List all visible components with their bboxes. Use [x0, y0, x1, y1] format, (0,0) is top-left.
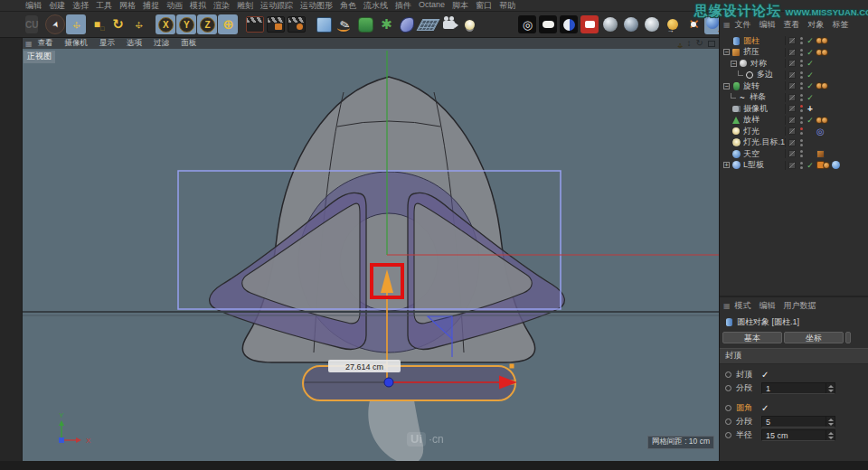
render-region-toggle[interactable]: [559, 14, 579, 34]
lock-x-axis[interactable]: X: [156, 14, 175, 34]
visibility-dot-render[interactable]: [800, 53, 803, 56]
stepper-down-icon[interactable]: [828, 437, 834, 439]
keyframe-circle[interactable]: [725, 418, 731, 425]
material-tag[interactable]: [821, 82, 828, 89]
visibility-dots[interactable]: [797, 104, 805, 113]
viewport-menu-item-1[interactable]: 摄像机: [65, 38, 89, 49]
enable-toggle[interactable]: +: [805, 104, 816, 114]
primitive-cube-menu[interactable]: [314, 14, 334, 34]
live-selection-tool[interactable]: [45, 14, 65, 34]
object-name[interactable]: 灯光.目标.1: [743, 136, 785, 148]
panel-grip-icon[interactable]: ▦: [723, 302, 731, 310]
om-menu-item-1[interactable]: 编辑: [760, 19, 776, 31]
visibility-dot-editor[interactable]: [800, 71, 803, 74]
material-tag[interactable]: [821, 117, 828, 124]
visibility-dot-render[interactable]: [800, 42, 803, 44]
menubar-item-1[interactable]: 创建: [49, 0, 65, 12]
viewport-front[interactable]: ▦ 查看摄像机显示选项过滤面板 ↕ ↻ 正视图: [23, 38, 719, 461]
value-stepper[interactable]: [826, 383, 835, 393]
keyframe-circle[interactable]: [725, 432, 731, 438]
stepper-up-icon[interactable]: [828, 385, 834, 388]
attribute-input[interactable]: 5: [761, 416, 835, 428]
expander-collapse-icon[interactable]: −: [723, 49, 730, 55]
coordinate-system[interactable]: [218, 14, 238, 34]
object-name[interactable]: 圆柱: [743, 35, 760, 47]
object-name[interactable]: 摄像机: [743, 103, 768, 115]
menubar-item-0[interactable]: 编辑: [25, 0, 42, 12]
menubar-item-9[interactable]: 雕刻: [237, 0, 253, 12]
viewport-menu-item-0[interactable]: 查看: [38, 38, 53, 49]
scene-canvas[interactable]: 27.614 cm Y X: [23, 49, 719, 461]
environment-menu[interactable]: [418, 14, 438, 34]
visibility-dot-render[interactable]: [800, 76, 803, 79]
subdivision-surface-menu[interactable]: [355, 14, 375, 34]
visibility-dots[interactable]: [797, 59, 805, 68]
attribute-input[interactable]: 1: [761, 382, 835, 394]
value-stepper[interactable]: [826, 430, 835, 440]
object-name[interactable]: 灯光: [743, 126, 760, 137]
object-name[interactable]: 旋转: [743, 80, 760, 92]
menubar-item-8[interactable]: 渲染: [213, 0, 230, 12]
viewport-menu-item-2[interactable]: 显示: [99, 38, 115, 49]
visibility-dot-render[interactable]: [800, 64, 803, 67]
shading-sphere-1[interactable]: [600, 14, 620, 34]
visibility-dot-editor[interactable]: [800, 127, 803, 130]
visibility-dot-render[interactable]: [800, 132, 803, 135]
am-menu-item-1[interactable]: 编辑: [760, 300, 776, 312]
layer-box[interactable]: [788, 127, 796, 135]
pan-view-icon[interactable]: [675, 41, 681, 47]
layer-box[interactable]: [788, 60, 796, 67]
target-tag[interactable]: ◎: [816, 127, 825, 136]
visibility-dot-editor[interactable]: [800, 60, 803, 62]
panel-grip-icon[interactable]: ▦: [25, 40, 33, 48]
object-name[interactable]: 放样: [743, 114, 760, 126]
enable-toggle[interactable]: ✓: [805, 48, 816, 57]
zoom-view-icon[interactable]: ↕: [687, 39, 692, 48]
menubar-item-11[interactable]: 运动图形: [300, 0, 333, 12]
menubar-item-6[interactable]: 动画: [166, 0, 183, 12]
stepper-down-icon[interactable]: [828, 390, 834, 392]
visibility-dots[interactable]: [797, 127, 805, 136]
attribute-checkbox[interactable]: ✓: [761, 370, 769, 380]
render-active-object[interactable]: [580, 14, 599, 34]
visibility-dots[interactable]: [797, 116, 805, 125]
visibility-dots[interactable]: [797, 149, 805, 158]
om-menu-item-0[interactable]: 文件: [735, 19, 751, 31]
visibility-dot-render[interactable]: [800, 87, 803, 89]
visibility-dot-render[interactable]: [800, 144, 803, 146]
object-row-8[interactable]: 灯光◎: [720, 126, 868, 137]
viewport-menu-item-3[interactable]: 选项: [127, 38, 142, 49]
om-menu-item-3[interactable]: 对象: [808, 19, 825, 31]
stepper-up-icon[interactable]: [828, 432, 834, 435]
menubar-item-16[interactable]: 脚本: [452, 0, 468, 12]
visibility-dot-editor[interactable]: [800, 162, 803, 164]
keyframe-circle[interactable]: [725, 371, 731, 378]
layer-box[interactable]: [788, 37, 796, 44]
visibility-dots[interactable]: [797, 138, 805, 147]
am-menu-item-2[interactable]: 用户数据: [784, 300, 816, 312]
layer-box[interactable]: [788, 162, 796, 169]
material-tag[interactable]: [821, 49, 828, 56]
menubar-item-17[interactable]: 窗口: [476, 0, 492, 12]
visibility-dot-render[interactable]: [800, 155, 803, 157]
visibility-dot-render[interactable]: [800, 109, 803, 112]
enable-toggle[interactable]: ✓: [805, 59, 816, 68]
visibility-dots[interactable]: [797, 70, 805, 80]
tab-coordinates[interactable]: 坐标: [784, 332, 844, 343]
material-tag[interactable]: [821, 37, 828, 44]
visibility-dot-editor[interactable]: [800, 94, 803, 97]
enable-toggle[interactable]: ✓: [805, 161, 816, 170]
coordinates-manager[interactable]: [663, 14, 683, 34]
object-row-1[interactable]: −挤压✓: [720, 47, 868, 59]
shading-sphere-3[interactable]: [642, 14, 662, 34]
viewport-menu-item-4[interactable]: 过滤: [154, 38, 169, 49]
layer-box[interactable]: [788, 94, 796, 101]
menubar-item-7[interactable]: 模拟: [190, 0, 206, 12]
lock-z-axis[interactable]: Z: [197, 14, 217, 34]
panel-grip-icon[interactable]: ▦: [723, 21, 731, 29]
expander-collapse-icon[interactable]: −: [731, 61, 737, 67]
visibility-dot-editor[interactable]: [800, 150, 803, 153]
material-tag[interactable]: [823, 162, 830, 169]
value-stepper[interactable]: [826, 417, 835, 427]
camera-menu[interactable]: [439, 14, 458, 34]
